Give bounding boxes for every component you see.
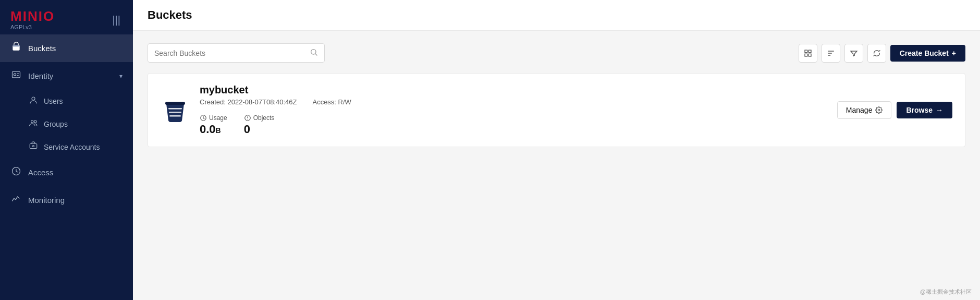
usage-unit: B xyxy=(216,126,221,135)
footer-watermark: @稀土掘金技术社区 xyxy=(920,288,972,296)
create-bucket-plus-icon: + xyxy=(952,49,956,57)
svg-point-4 xyxy=(32,97,35,100)
bucket-actions: Manage Browse → xyxy=(837,101,952,119)
sidebar-item-groups[interactable]: Groups xyxy=(0,113,133,136)
sidebar-item-users-label: Users xyxy=(44,97,63,105)
identity-icon xyxy=(10,69,22,82)
browse-arrow-icon: → xyxy=(936,106,943,114)
search-box xyxy=(148,43,325,63)
bucket-card: mybucket Created: 2022-08-07T08:40:46Z A… xyxy=(148,73,965,147)
identity-chevron-icon: ▾ xyxy=(119,73,123,80)
sort-button[interactable] xyxy=(822,44,840,63)
logo-brand: MINIO xyxy=(10,9,55,23)
sidebar-logo: MINIO AGPLv3 ||| xyxy=(0,0,133,34)
create-bucket-label: Create Bucket xyxy=(900,49,949,57)
service-accounts-icon xyxy=(28,141,39,153)
page-content: Create Bucket + mybucket xyxy=(133,31,980,300)
usage-value: 0.0B xyxy=(200,123,227,136)
logo-version: AGPLv3 xyxy=(10,24,55,30)
svg-rect-14 xyxy=(808,54,811,56)
svg-point-21 xyxy=(878,109,880,111)
sidebar: MINIO AGPLv3 ||| Buckets xyxy=(0,0,133,300)
toolbar: Create Bucket + xyxy=(148,43,965,63)
bucket-icon-wrap xyxy=(161,94,189,126)
logo-io: IO xyxy=(39,8,55,24)
groups-icon xyxy=(28,118,39,130)
usage-icon xyxy=(200,114,207,122)
objects-stat: Objects 0 xyxy=(244,114,275,136)
sidebar-item-service-accounts-label: Service Accounts xyxy=(44,143,100,151)
sidebar-item-groups-label: Groups xyxy=(44,120,68,128)
sidebar-item-access[interactable]: Access xyxy=(0,159,133,186)
svg-rect-1 xyxy=(13,45,19,47)
manage-gear-icon xyxy=(875,106,883,114)
bucket-meta: Created: 2022-08-07T08:40:46Z Access: R/… xyxy=(200,98,827,106)
sidebar-item-service-accounts[interactable]: Service Accounts xyxy=(0,136,133,159)
buckets-icon xyxy=(10,42,22,55)
svg-point-5 xyxy=(31,121,34,123)
users-icon xyxy=(28,95,39,107)
sidebar-nav: Buckets Identity ▾ Users xyxy=(0,34,133,300)
svg-point-6 xyxy=(34,121,37,123)
svg-rect-12 xyxy=(808,50,811,53)
bucket-name: mybucket xyxy=(200,84,827,96)
objects-value: 0 xyxy=(244,123,275,136)
svg-rect-11 xyxy=(805,50,807,53)
bucket-access: Access: R/W xyxy=(312,98,351,106)
svg-point-8 xyxy=(33,146,34,147)
main-content: Buckets xyxy=(133,0,980,300)
manage-button[interactable]: Manage xyxy=(837,101,892,119)
svg-point-3 xyxy=(14,74,16,76)
sidebar-toggle[interactable]: ||| xyxy=(110,12,123,28)
refresh-button[interactable] xyxy=(867,44,886,63)
sidebar-item-monitoring-label: Monitoring xyxy=(28,196,123,205)
monitoring-icon xyxy=(10,194,22,207)
sidebar-item-monitoring[interactable]: Monitoring xyxy=(0,186,133,214)
logo-min: MIN xyxy=(10,8,39,24)
search-icon xyxy=(310,48,318,58)
sidebar-item-users[interactable]: Users xyxy=(0,90,133,113)
svg-rect-7 xyxy=(30,144,37,149)
sidebar-item-identity[interactable]: Identity ▾ xyxy=(0,62,133,90)
access-icon xyxy=(10,166,22,179)
usage-stat: Usage 0.0B xyxy=(200,114,227,136)
usage-label: Usage xyxy=(200,114,227,122)
create-bucket-button[interactable]: Create Bucket + xyxy=(890,45,965,62)
svg-rect-16 xyxy=(169,112,181,113)
svg-rect-15 xyxy=(168,108,182,110)
search-input[interactable] xyxy=(154,49,305,57)
bucket-info: mybucket Created: 2022-08-07T08:40:46Z A… xyxy=(200,84,827,136)
sidebar-item-identity-label: Identity xyxy=(28,71,113,80)
svg-rect-13 xyxy=(805,54,807,56)
browse-button[interactable]: Browse → xyxy=(897,102,952,118)
objects-icon xyxy=(244,114,251,122)
grid-view-button[interactable] xyxy=(799,44,817,63)
objects-label: Objects xyxy=(244,114,275,122)
svg-rect-17 xyxy=(169,115,181,117)
page-title: Buckets xyxy=(148,8,965,22)
sidebar-item-access-label: Access xyxy=(28,168,123,177)
page-header: Buckets xyxy=(133,0,980,31)
manage-label: Manage xyxy=(846,106,873,114)
bucket-stats: Usage 0.0B Objects xyxy=(200,114,827,136)
logo-text: MINIO AGPLv3 xyxy=(10,9,55,30)
bucket-created: Created: 2022-08-07T08:40:46Z xyxy=(200,98,297,106)
sidebar-item-buckets[interactable]: Buckets xyxy=(0,34,133,62)
sidebar-item-buckets-label: Buckets xyxy=(28,44,123,53)
bucket-icon xyxy=(163,97,187,124)
filter-button[interactable] xyxy=(844,44,863,63)
svg-rect-18 xyxy=(165,102,185,105)
browse-label: Browse xyxy=(906,106,933,114)
